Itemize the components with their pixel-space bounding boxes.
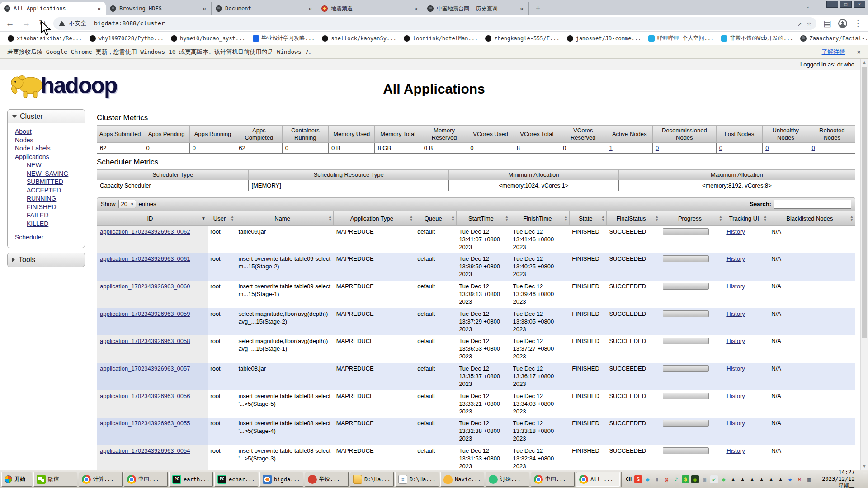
tab-close-icon[interactable]: × — [413, 5, 419, 12]
cluster-metric-link[interactable]: 1 — [609, 145, 612, 151]
search-input[interactable] — [774, 200, 851, 209]
taskbar-clock[interactable]: 14:27 2023/12/12 星期二 — [815, 469, 858, 488]
taskbar-button-item[interactable]: 中国... — [531, 472, 575, 487]
scroll-up-icon[interactable]: ▲ — [861, 59, 868, 65]
network-status-icon[interactable]: ▦ — [805, 475, 813, 483]
history-link[interactable]: History — [726, 447, 745, 454]
bookmark-jamosnet-jd-comme[interactable]: jamosnet/JD-comme... — [565, 34, 644, 42]
app-id-link[interactable]: application_1702343926963_0054 — [100, 447, 190, 454]
start-button[interactable]: 开始 — [1, 472, 32, 487]
sidebar-state-finished[interactable]: FINISHED — [27, 203, 82, 211]
sidebar-state-new[interactable]: NEW — [27, 161, 82, 169]
qq-penguin-1-icon[interactable]: ♟ — [729, 475, 737, 483]
app-id-link[interactable]: application_1702343926963_0060 — [100, 283, 190, 290]
qq-penguin-3-icon[interactable]: ♟ — [748, 475, 756, 483]
taskbar-button-bigda[interactable]: bigda... — [259, 472, 303, 487]
history-link[interactable]: History — [726, 255, 745, 262]
volume-muted-icon[interactable]: ✖ — [796, 475, 803, 483]
sogou-input-icon[interactable]: S — [634, 475, 642, 483]
sidebar-item-applications[interactable]: Applications — [15, 153, 82, 161]
app-id-link[interactable]: application_1702343926963_0057 — [100, 365, 190, 372]
infobar-close-icon[interactable]: × — [857, 48, 861, 56]
column-header-queue[interactable]: Queue▲▼ — [415, 211, 456, 225]
cluster-section-header[interactable]: Cluster — [8, 110, 85, 123]
tab-browsing-hdfs[interactable]: Browsing HDFS× — [106, 2, 212, 15]
history-link[interactable]: History — [726, 420, 745, 427]
menu-dots-icon[interactable]: ⋮ — [853, 18, 863, 28]
history-link[interactable]: History — [726, 310, 745, 317]
netdisk-drop-icon[interactable]: ● — [644, 475, 651, 483]
bookmark-why19970628-pytho[interactable]: why19970628/Pytho... — [87, 34, 166, 42]
security-shield-icon[interactable]: ◆ — [786, 475, 794, 483]
taskbar-button-item[interactable]: 订婚... — [486, 472, 529, 487]
bookmark-hymei0-bucao-syst[interactable]: hymei0/bucao_syst... — [169, 34, 248, 42]
column-header-blacklisted-nodes[interactable]: Blacklisted Nodes▲▼ — [769, 211, 855, 225]
column-header-starttime[interactable]: StartTime▲▼ — [456, 211, 510, 225]
sidebar-item-scheduler[interactable]: Scheduler — [15, 234, 82, 241]
sidebar-state-running[interactable]: RUNNING — [27, 195, 82, 202]
bookmark-zaaachary-facial[interactable]: Zaaachary/Facial-... — [798, 34, 868, 42]
new-tab-button[interactable]: + — [532, 2, 544, 14]
address-bar[interactable]: 不安全 bigdata:8088/cluster ↗ ☆ — [53, 17, 816, 30]
app-id-link[interactable]: application_1702343926963_0056 — [100, 393, 190, 399]
tab-close-icon[interactable]: × — [202, 5, 207, 12]
tab-close-icon[interactable]: × — [307, 5, 313, 12]
page-size-select[interactable]: 20 ▾ — [118, 200, 136, 208]
scrollbar-thumb[interactable] — [862, 67, 867, 338]
taskbar-button-item[interactable]: 毕设... — [305, 472, 349, 487]
cluster-metric-link[interactable]: 0 — [765, 145, 769, 151]
app-id-link[interactable]: application_1702343926963_0059 — [100, 310, 190, 317]
column-header-progress[interactable]: Progress▲▼ — [660, 211, 724, 225]
tab-close-icon[interactable]: × — [519, 5, 524, 12]
learn-more-link[interactable]: 了解详情 — [822, 48, 845, 56]
back-icon[interactable]: ← — [5, 19, 15, 28]
cluster-metric-link[interactable]: 0 — [719, 145, 722, 151]
show-desktop-button[interactable] — [863, 472, 867, 487]
taskbar-button-item[interactable]: 微信 — [33, 472, 77, 487]
taskbar-button-d-ha[interactable]: ≡D:\Ha... — [395, 472, 439, 487]
taskbar-button-navic[interactable]: Navic... — [440, 472, 484, 487]
history-link[interactable]: History — [726, 365, 745, 372]
column-header-state[interactable]: State▲▼ — [569, 211, 606, 225]
coin-plugin-icon[interactable]: $ — [682, 475, 689, 483]
app-id-link[interactable]: application_1702343926963_0062 — [100, 228, 190, 235]
cluster-metric-link[interactable]: 0 — [812, 145, 815, 151]
history-link[interactable]: History — [726, 228, 745, 235]
taskbar-button-d-ha[interactable]: D:\Ha... — [350, 472, 394, 487]
tab-all-applications[interactable]: All Applications× — [0, 2, 106, 15]
qq-penguin-2-icon[interactable]: ♟ — [739, 475, 746, 483]
column-header-id[interactable]: ID▼ — [97, 211, 208, 225]
qq-penguin-5-icon[interactable]: ♟ — [767, 475, 775, 483]
sidebar-state-new-saving[interactable]: NEW_SAVING — [27, 170, 82, 178]
red-swirl-icon[interactable]: @ — [663, 475, 670, 483]
app-id-link[interactable]: application_1702343926963_0061 — [100, 255, 190, 262]
maximize-button[interactable]: □ — [840, 1, 852, 8]
usb-safely-remove-icon[interactable]: ✔ — [710, 475, 718, 483]
column-header-name[interactable]: Name▲▼ — [236, 211, 333, 225]
forward-icon[interactable]: → — [21, 19, 32, 28]
qq-music-tray-icon[interactable]: ♪ — [672, 475, 680, 483]
taskbar-button-echar[interactable]: PCechar... — [214, 472, 258, 487]
side-panel-icon[interactable]: ▤ — [822, 18, 833, 28]
sidebar-item-node-labels[interactable]: Node Labels — [15, 145, 82, 152]
column-header-finalstatus[interactable]: FinalStatus▲▼ — [606, 211, 660, 225]
profile-icon[interactable] — [838, 19, 847, 28]
taskbar-button-earth[interactable]: PCearth... — [169, 472, 213, 487]
not-secure-warning-icon[interactable] — [59, 21, 65, 26]
taskbar-button-item[interactable]: 计算... — [79, 472, 123, 487]
phone-link-icon[interactable]: ▮ — [653, 475, 661, 483]
tab-close-icon[interactable]: × — [96, 5, 102, 12]
bookmark-item[interactable]: 毕业设计学习攻略... — [250, 33, 317, 43]
wechat-tray-icon[interactable]: ● — [720, 475, 727, 483]
taskbar-button-all[interactable]: All ... — [576, 472, 620, 487]
column-header-application-type[interactable]: Application Type▲▼ — [334, 211, 415, 225]
history-link[interactable]: History — [726, 393, 745, 399]
bookmark-zhengkangle-555-f[interactable]: zhengkangle-555/F... — [483, 34, 562, 42]
taskbar-button-item[interactable]: 中国... — [124, 472, 168, 487]
scroll-down-icon[interactable]: ▼ — [861, 464, 868, 469]
qq-penguin-6-icon[interactable]: ♟ — [777, 475, 784, 483]
sidebar-state-submitted[interactable]: SUBMITTED — [27, 178, 82, 186]
tab-document[interactable]: Document× — [212, 2, 317, 15]
app-id-link[interactable]: application_1702343926963_0055 — [100, 420, 190, 427]
tab-item[interactable]: 地震频道× — [317, 2, 423, 15]
